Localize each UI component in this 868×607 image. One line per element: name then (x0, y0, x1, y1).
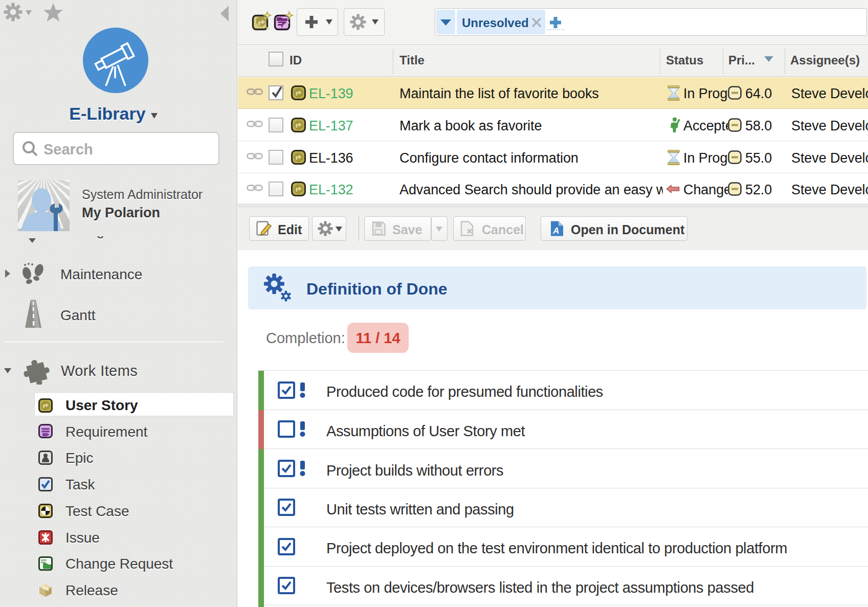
svg-text:A: A (552, 226, 559, 236)
